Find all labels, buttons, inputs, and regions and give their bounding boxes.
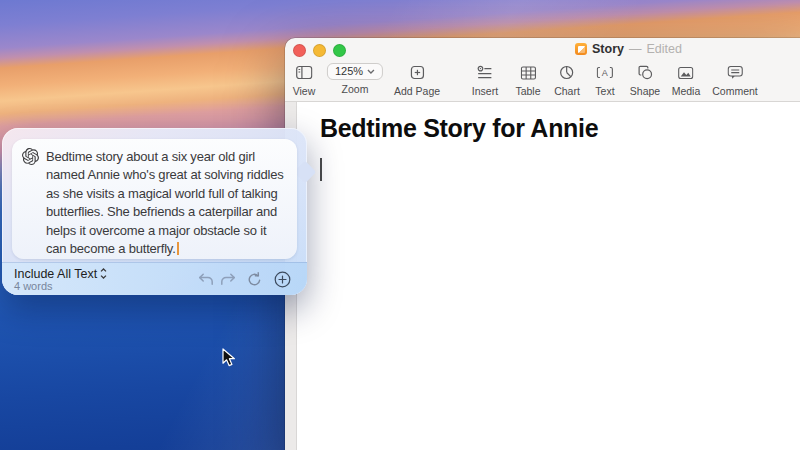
- toolbar-zoom-control[interactable]: 125% Zoom: [327, 63, 383, 95]
- pages-window: Story — Edited View 125%: [285, 38, 800, 450]
- toolbar-label: Media: [672, 85, 701, 97]
- window-titlebar[interactable]: Story — Edited: [285, 38, 800, 61]
- popup-footer: Include All Text 4 words: [2, 262, 307, 295]
- document-heading: Bedtime Story for Annie: [320, 114, 598, 143]
- zoom-dropdown[interactable]: 125%: [327, 63, 383, 80]
- toolbar-label: Zoom: [342, 83, 369, 95]
- insert-icon: [477, 63, 493, 82]
- plus-circle-icon: [274, 271, 291, 288]
- retry-icon: [247, 272, 262, 287]
- traffic-lights: [293, 44, 346, 57]
- document-title: Story: [592, 42, 624, 56]
- mouse-cursor: [222, 348, 236, 368]
- shapes-icon: [638, 63, 653, 82]
- toolbar-add-page-button[interactable]: Add Page: [394, 63, 440, 97]
- prompt-caret: [177, 242, 179, 255]
- edited-status: Edited: [646, 42, 681, 56]
- toolbar: View 125% Zoom Add Page: [285, 61, 800, 102]
- chart-icon: [560, 63, 575, 82]
- sidebar-icon: [295, 63, 312, 82]
- toolbar-table-button[interactable]: Table: [515, 63, 540, 97]
- toolbar-label: View: [293, 85, 316, 97]
- toolbar-label: Add Page: [394, 85, 440, 97]
- pages-document-icon: [575, 43, 587, 55]
- undo-button[interactable]: [195, 268, 217, 290]
- footer-actions: [195, 268, 293, 290]
- redo-button[interactable]: [217, 268, 239, 290]
- toolbar-label: Table: [515, 85, 540, 97]
- window-title: Story — Edited: [575, 42, 682, 56]
- scope-label: Include All Text: [14, 267, 97, 281]
- toolbar-text-button[interactable]: A Text: [595, 63, 614, 97]
- text-cursor: [320, 158, 322, 181]
- toolbar-comment-button[interactable]: Comment: [712, 63, 758, 97]
- prompt-input-box[interactable]: Bedtime story about a six year old girl …: [12, 139, 297, 259]
- toolbar-media-button[interactable]: Media: [672, 63, 701, 97]
- writing-tools-popup: Bedtime story about a six year old girl …: [2, 128, 307, 295]
- toolbar-label: Insert: [472, 85, 498, 97]
- toolbar-label: Text: [595, 85, 614, 97]
- toolbar-shape-button[interactable]: Shape: [630, 63, 660, 97]
- chatgpt-icon: [22, 148, 39, 165]
- title-separator: —: [629, 42, 642, 56]
- fullscreen-button[interactable]: [333, 44, 346, 57]
- toolbar-label: Comment: [712, 85, 758, 97]
- redo-icon: [220, 273, 236, 286]
- minimize-button[interactable]: [313, 44, 326, 57]
- up-down-chevron-icon: [100, 268, 107, 279]
- add-page-icon: [410, 63, 425, 82]
- desktop: Story — Edited View 125%: [0, 0, 800, 450]
- add-button[interactable]: [271, 268, 293, 290]
- undo-icon: [198, 273, 214, 286]
- word-count: 4 words: [14, 280, 107, 292]
- toolbar-label: Chart: [554, 85, 580, 97]
- comment-icon: [727, 63, 743, 82]
- toolbar-view-button[interactable]: View: [293, 63, 316, 97]
- scope-dropdown[interactable]: Include All Text: [14, 267, 107, 281]
- table-icon: [520, 63, 536, 82]
- prompt-text[interactable]: Bedtime story about a six year old girl …: [46, 149, 284, 256]
- toolbar-label: Shape: [630, 85, 660, 97]
- toolbar-chart-button[interactable]: Chart: [554, 63, 580, 97]
- close-button[interactable]: [293, 44, 306, 57]
- svg-text:A: A: [602, 68, 608, 78]
- media-icon: [678, 63, 694, 82]
- text-box-icon: A: [596, 63, 613, 82]
- toolbar-insert-button[interactable]: Insert: [472, 63, 498, 97]
- chevron-down-icon: [367, 69, 375, 74]
- document-area[interactable]: Bedtime Story for Annie: [285, 102, 800, 450]
- retry-button[interactable]: [243, 268, 265, 290]
- zoom-value: 125%: [335, 65, 363, 77]
